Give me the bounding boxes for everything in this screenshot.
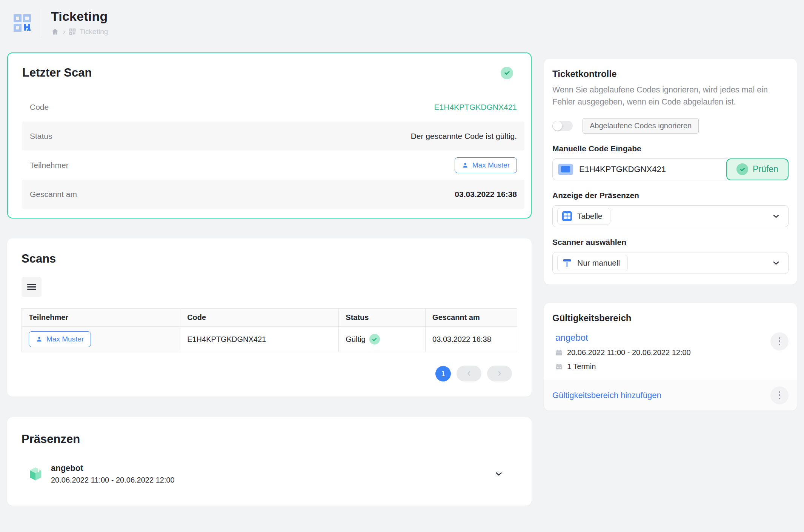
- last-scan-card: Letzter Scan Code E1H4KPTGKDGNX421 Statu…: [7, 52, 532, 218]
- table-row: Max Muster E1H4KPTGKDGNX421 Gültig: [22, 327, 517, 352]
- breadcrumb-chevron-icon: ›: [63, 28, 65, 36]
- manual-code-label: Manuelle Code Eingabe: [552, 144, 789, 153]
- ticketkontrolle-card: Ticketkontrolle Wenn Sie abgelaufene Cod…: [544, 59, 797, 284]
- cell-code: E1H4KPTGKDGNX421: [180, 327, 339, 352]
- menu-icon: [27, 283, 36, 291]
- pruefen-label: Prüfen: [753, 164, 778, 174]
- gueltigkeit-list-item: angebot 20.06.2022 11:00 - 20.06.2022 12…: [552, 332, 789, 371]
- row-label: Status: [30, 132, 52, 141]
- valid-check-icon: [369, 334, 380, 344]
- display-select[interactable]: Tabelle: [552, 205, 789, 227]
- status-value: Der gescannte Code ist gültig.: [411, 132, 517, 141]
- col-header-code: Code: [180, 309, 339, 327]
- pagination: 1: [22, 366, 517, 381]
- row-label: Teilnehmer: [30, 161, 69, 170]
- gueltigkeit-termine: 1 Termin: [567, 362, 596, 371]
- scans-table: Teilnehmer Code Status Gescannt am Max M…: [22, 308, 517, 352]
- participant-button[interactable]: Max Muster: [455, 157, 517, 173]
- table-menu-button[interactable]: [22, 277, 42, 297]
- participant-name: Max Muster: [472, 161, 510, 169]
- chevron-right-icon: [496, 370, 503, 377]
- last-scan-row-code: Code E1H4KPTGKDGNX421: [22, 92, 524, 121]
- text-icon: [562, 258, 572, 268]
- success-check-icon: [501, 67, 513, 79]
- header-divider: [41, 9, 41, 38]
- gueltigkeit-name-link[interactable]: angebot: [555, 332, 588, 343]
- last-scan-row-teilnehmer: Teilnehmer Max Muster: [22, 151, 524, 180]
- toggle-knob: [553, 121, 562, 131]
- breadcrumb: › Ticketing: [51, 28, 108, 36]
- chevron-down-icon: [772, 212, 781, 221]
- page-header: Ticketing › Ticketing: [0, 0, 804, 52]
- participant-name: Max Muster: [46, 335, 84, 343]
- participant-button[interactable]: Max Muster: [29, 331, 91, 347]
- ticket-icon: [558, 164, 573, 175]
- breadcrumb-current: Ticketing: [80, 28, 108, 36]
- cell-status: Gültig: [346, 335, 365, 344]
- col-header-gescannt-am: Gescannt am: [426, 309, 517, 327]
- chevron-left-icon: [465, 370, 473, 377]
- last-scan-title: Letzter Scan: [22, 66, 92, 80]
- next-page-button[interactable]: [487, 366, 512, 381]
- page-1-button[interactable]: 1: [435, 366, 451, 381]
- gueltigkeitsbereich-card: Gültigkeitsbereich angebot 20.06.2022 11…: [544, 303, 797, 411]
- calendar-week-icon: [555, 363, 563, 370]
- scanner-select-label: Scanner auswählen: [552, 238, 789, 247]
- scans-title: Scans: [22, 252, 517, 266]
- scanner-select-value: Nur manuell: [577, 258, 620, 268]
- last-scan-row-status: Status Der gescannte Code ist gültig.: [22, 121, 524, 151]
- user-icon: [462, 162, 469, 169]
- calendar-icon: [555, 349, 563, 356]
- kebab-menu-icon[interactable]: [770, 332, 789, 351]
- scanned-at-value: 03.03.2022 16:38: [455, 190, 517, 199]
- breadcrumb-qr-icon: [69, 28, 76, 35]
- ignore-expired-codes-button[interactable]: Abgelaufene Codes ignorieren: [583, 118, 699, 134]
- row-label: Code: [30, 103, 49, 112]
- col-header-status: Status: [339, 309, 426, 327]
- ticketkontrolle-description: Wenn Sie abgelaufene Codes ignorieren, w…: [552, 84, 789, 108]
- praesenzen-card: Präsenzen angebot 20.06.2022 11:00 - 20.…: [7, 417, 532, 506]
- chevron-down-icon[interactable]: [494, 469, 504, 479]
- cell-gescannt-am: 03.03.2022 16:38: [426, 327, 517, 352]
- table-icon: [562, 211, 572, 221]
- praesenzen-title: Präsenzen: [22, 432, 517, 446]
- display-select-value: Tabelle: [577, 212, 603, 221]
- check-circle-icon: [736, 163, 748, 175]
- manual-code-input[interactable]: [579, 165, 722, 174]
- qr-app-icon: [13, 14, 32, 32]
- praesenz-date-range: 20.06.2022 11:00 - 20.06.2022 12:00: [51, 476, 175, 484]
- pruefen-button[interactable]: Prüfen: [726, 158, 789, 180]
- gueltigkeit-date-range: 20.06.2022 11:00 - 20.06.2022 12:00: [567, 348, 691, 357]
- prev-page-button[interactable]: [457, 366, 481, 381]
- user-icon: [36, 336, 43, 343]
- praesenz-list-item[interactable]: angebot 20.06.2022 11:00 - 20.06.2022 12…: [22, 463, 517, 484]
- scanner-select-value-chip: Nur manuell: [557, 255, 628, 271]
- add-gueltigkeitsbereich-link[interactable]: Gültigkeitsbereich hinzufügen: [552, 391, 661, 400]
- scans-card: Scans Teilnehmer Code Status Gescannt am: [7, 238, 532, 397]
- package-icon: [28, 467, 43, 481]
- display-select-label: Anzeige der Präsenzen: [552, 191, 789, 200]
- gueltigkeitsbereich-title: Gültigkeitsbereich: [552, 313, 789, 323]
- display-select-value-chip: Tabelle: [557, 208, 610, 224]
- manual-code-input-wrap: [552, 158, 727, 180]
- gueltigkeit-footer: Gültigkeitsbereich hinzufügen: [544, 380, 797, 411]
- col-header-teilnehmer: Teilnehmer: [22, 309, 180, 327]
- home-icon[interactable]: [51, 28, 59, 36]
- page-title: Ticketing: [51, 9, 108, 24]
- scanner-select[interactable]: Nur manuell: [552, 252, 789, 274]
- last-scan-row-date: Gescannt am 03.03.2022 16:38: [22, 180, 524, 209]
- ticketkontrolle-title: Ticketkontrolle: [552, 69, 789, 79]
- praesenz-name: angebot: [51, 463, 175, 473]
- chevron-down-icon: [772, 258, 781, 268]
- ignore-expired-toggle[interactable]: [552, 121, 573, 131]
- row-label: Gescannt am: [30, 190, 77, 199]
- scanned-code-value: E1H4KPTGKDGNX421: [434, 103, 517, 112]
- kebab-menu-icon[interactable]: [770, 386, 789, 404]
